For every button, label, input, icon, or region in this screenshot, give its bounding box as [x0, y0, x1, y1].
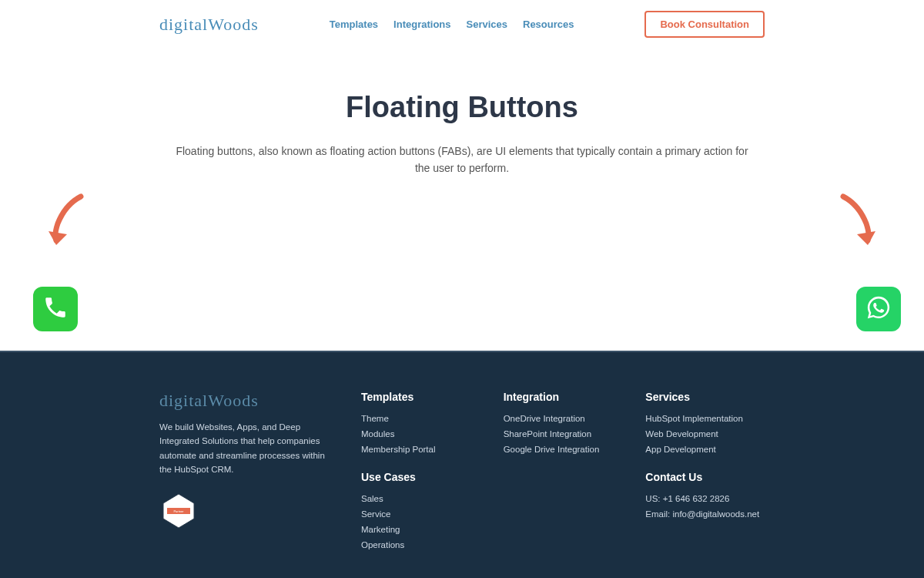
footer-link-operations[interactable]: Operations [361, 540, 480, 549]
footer-link-service[interactable]: Service [361, 509, 480, 519]
footer-link-webdev[interactable]: Web Development [645, 429, 765, 439]
footer-link-sales[interactable]: Sales [361, 494, 480, 503]
hero: Floating Buttons Floating buttons, also … [0, 49, 924, 200]
footer-link-onedrive[interactable]: OneDrive Integration [504, 414, 623, 423]
nav-services[interactable]: Services [467, 18, 508, 30]
logo[interactable]: digitalWoods [159, 15, 259, 35]
footer-link-sharepoint[interactable]: SharePoint Integration [504, 429, 623, 439]
book-consultation-button[interactable]: Book Consultation [644, 11, 765, 38]
footer-link-appdev[interactable]: App Development [645, 445, 765, 454]
footer-integration-col: Integration OneDrive Integration SharePo… [504, 391, 623, 556]
phone-icon [42, 294, 69, 324]
page-title: Floating Buttons [159, 91, 765, 124]
footer-about: digitalWoods We build Websites, Apps, an… [159, 391, 338, 556]
footer-integration-title: Integration [504, 391, 623, 403]
footer-templates-col: Templates Theme Modules Membership Porta… [361, 391, 480, 556]
footer-link-gdrive[interactable]: Google Drive Integration [504, 445, 623, 454]
main-nav: Templates Integrations Services Resource… [330, 18, 574, 30]
page-description: Floating buttons, also known as floating… [169, 143, 755, 177]
footer-logo[interactable]: digitalWoods [159, 391, 338, 411]
footer-link-hubspot[interactable]: HubSpot Implementation [645, 414, 765, 423]
footer-email: Email: info@digitalwoods.net [645, 509, 765, 519]
footer-services-col: Services HubSpot Implementation Web Deve… [645, 391, 765, 556]
footer-link-membership[interactable]: Membership Portal [361, 445, 480, 454]
svg-text:Partner: Partner [173, 509, 184, 513]
footer-services-title: Services [645, 391, 765, 403]
nav-templates[interactable]: Templates [330, 18, 378, 30]
footer-link-theme[interactable]: Theme [361, 414, 480, 423]
arrow-left-icon [42, 193, 89, 254]
whatsapp-fab-button[interactable] [856, 287, 901, 331]
footer-usecases-title: Use Cases [361, 471, 480, 483]
header: digitalWoods Templates Integrations Serv… [0, 0, 924, 49]
footer-description: We build Websites, Apps, and Deep Integr… [159, 420, 338, 477]
nav-resources[interactable]: Resources [523, 18, 574, 30]
nav-integrations[interactable]: Integrations [393, 18, 450, 30]
footer: digitalWoods We build Websites, Apps, an… [0, 351, 924, 578]
footer-link-modules[interactable]: Modules [361, 429, 480, 439]
footer-templates-title: Templates [361, 391, 480, 403]
footer-contact-title: Contact Us [645, 471, 765, 483]
footer-phone: US: +1 646 632 2826 [645, 494, 765, 503]
whatsapp-icon [865, 294, 892, 324]
partner-badge-icon: Partner [159, 492, 198, 530]
phone-fab-button[interactable] [33, 287, 78, 331]
footer-link-marketing[interactable]: Marketing [361, 525, 480, 534]
arrow-right-icon [835, 193, 882, 254]
